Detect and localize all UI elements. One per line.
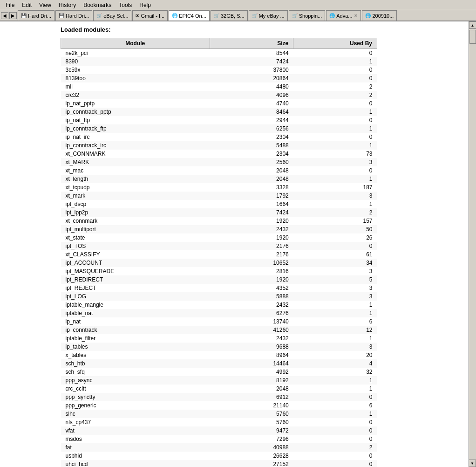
table-row: slhc57601	[61, 410, 377, 418]
table-row: usbhid266280	[61, 452, 377, 460]
tab-5-icon: 🛒	[214, 13, 219, 18]
table-row: ipt_TOS21760	[61, 242, 377, 250]
cell-size: 2048	[210, 175, 293, 183]
table-row: ip_nat_pptp47400	[61, 99, 377, 108]
cell-size: 2432	[210, 225, 293, 234]
menubar: File Edit View History Bookmarks Tools H…	[0, 0, 476, 10]
table-row: iptable_filter24321	[61, 334, 377, 343]
cell-usedby: 5	[293, 275, 377, 284]
cell-module: xt_CONNMARK	[61, 150, 210, 158]
cell-module: ipt_dscp	[61, 200, 210, 208]
left-sidebar	[0, 21, 51, 467]
cell-module: ip_conntrack_pptp	[61, 108, 210, 116]
cell-usedby: 0	[293, 66, 377, 74]
cell-size: 21140	[210, 401, 293, 410]
cell-module: xt_MARK	[61, 158, 210, 166]
cell-size: 9688	[210, 343, 293, 351]
tab-back-button[interactable]: ◀	[1, 12, 8, 19]
menu-bookmarks[interactable]: Bookmarks	[80, 1, 115, 9]
cell-module: xt_CLASSIFY	[61, 250, 210, 259]
tab-7-label: Shoppin...	[299, 13, 322, 19]
cell-size: 8964	[210, 351, 293, 359]
tab-0[interactable]: 💾 Hard Dri...	[18, 10, 54, 21]
table-row: ne2k_pci85440	[61, 49, 377, 58]
cell-size: 5760	[210, 418, 293, 426]
cell-module: ip_nat_ftp	[61, 116, 210, 124]
cell-module: ipt_ACCOUNT	[61, 259, 210, 267]
tab-2-label: eBay Sel...	[103, 13, 128, 19]
menu-view[interactable]: View	[35, 1, 55, 9]
cell-usedby: 0	[293, 418, 377, 426]
cell-size: 20864	[210, 74, 293, 82]
cell-size: 7424	[210, 57, 293, 66]
cell-usedby: 0	[293, 426, 377, 435]
cell-size: 3328	[210, 183, 293, 192]
cell-size: 6912	[210, 393, 293, 401]
cell-usedby: 4	[293, 359, 377, 368]
cell-module: ip_conntrack_ftp	[61, 124, 210, 133]
tab-8[interactable]: 🌐 Adva... ✕	[326, 10, 361, 21]
cell-module: ip_conntrack_irc	[61, 141, 210, 150]
scrollbar-vertical[interactable]: ▲ ▼	[469, 21, 476, 467]
tab-4[interactable]: 🌐 EPIC4 On...	[169, 10, 210, 21]
table-row: ip_conntrack_irc54881	[61, 141, 377, 150]
cell-size: 41260	[210, 326, 293, 334]
cell-usedby: 3	[293, 292, 377, 301]
table-row: ipt_LOG58883	[61, 292, 377, 301]
cell-usedby: 2	[293, 208, 377, 217]
cell-usedby: 1	[293, 200, 377, 208]
cell-size: 4352	[210, 284, 293, 292]
cell-usedby: 2	[293, 82, 377, 91]
tab-2[interactable]: 🛒 eBay Sel...	[93, 10, 131, 21]
tab-forward-button[interactable]: ▶	[9, 12, 17, 19]
cell-module: vfat	[61, 426, 210, 435]
cell-module: 3c59x	[61, 66, 210, 74]
cell-usedby: 0	[293, 242, 377, 250]
cell-module: crc_ccitt	[61, 385, 210, 393]
tab-8-close[interactable]: ✕	[354, 13, 358, 18]
cell-size: 10652	[210, 259, 293, 267]
cell-size: 37800	[210, 66, 293, 74]
cell-module: ip_nat	[61, 317, 210, 326]
menu-edit[interactable]: Edit	[18, 1, 35, 9]
modules-table: Module Size Used By ne2k_pci854408390742…	[61, 38, 377, 467]
menu-history[interactable]: History	[55, 1, 80, 9]
table-row: 3c59x378000	[61, 66, 377, 74]
cell-module: 8390	[61, 57, 210, 66]
table-row: xt_mark17923	[61, 192, 377, 200]
tab-4-icon: 🌐	[172, 13, 177, 18]
table-row: ipt_MASQUERADE28163	[61, 267, 377, 275]
table-row: xt_state192026	[61, 234, 377, 242]
tab-5[interactable]: 🛒 32GB, S...	[211, 10, 248, 21]
menu-tools[interactable]: Tools	[115, 1, 136, 9]
tab-7[interactable]: 🛒 Shoppin...	[289, 10, 326, 21]
cell-module: xt_tcpudp	[61, 183, 210, 192]
cell-usedby: 2	[293, 91, 377, 99]
tab-3[interactable]: ✉ Gmail - I...	[132, 10, 168, 21]
cell-usedby: 1	[293, 175, 377, 183]
menu-file[interactable]: File	[2, 1, 18, 9]
cell-module: xt_connmark	[61, 217, 210, 225]
tab-1[interactable]: 💾 Hard Dri...	[55, 10, 92, 21]
cell-module: nls_cp437	[61, 418, 210, 426]
cell-usedby: 34	[293, 259, 377, 267]
table-row: 8139too208640	[61, 74, 377, 82]
scroll-thumb[interactable]	[469, 30, 476, 44]
cell-usedby: 1	[293, 385, 377, 393]
cell-usedby: 157	[293, 217, 377, 225]
tab-6[interactable]: 🛒 My eBay ...	[249, 10, 288, 21]
tab-0-label: Hard Dri...	[28, 13, 51, 19]
cell-usedby: 0	[293, 452, 377, 460]
tab-1-icon: 💾	[59, 13, 64, 18]
cell-module: ip_conntrack	[61, 326, 210, 334]
col-header-size: Size	[210, 38, 293, 49]
cell-size: 8464	[210, 108, 293, 116]
cell-module: ipt_REJECT	[61, 284, 210, 292]
cell-module: uhci_hcd	[61, 460, 210, 467]
tab-9[interactable]: 🌐 200910...	[362, 10, 397, 21]
scroll-up-button[interactable]: ▲	[469, 21, 476, 29]
scroll-down-button[interactable]: ▼	[469, 460, 476, 467]
table-row: sch_htb144644	[61, 359, 377, 368]
menu-help[interactable]: Help	[136, 1, 155, 9]
cell-usedby: 6	[293, 401, 377, 410]
